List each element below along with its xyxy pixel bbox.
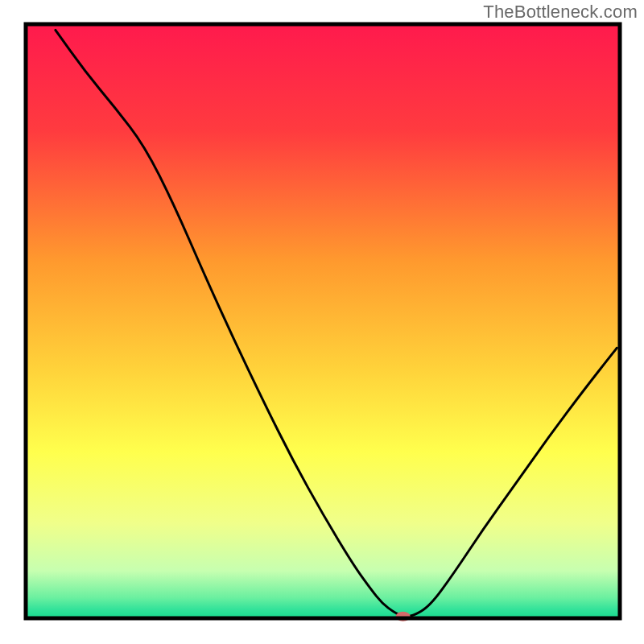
- bottleneck-chart: [0, 0, 644, 644]
- plot-background: [26, 24, 620, 618]
- chart-container: TheBottleneck.com: [0, 0, 644, 644]
- watermark-text: TheBottleneck.com: [483, 2, 638, 23]
